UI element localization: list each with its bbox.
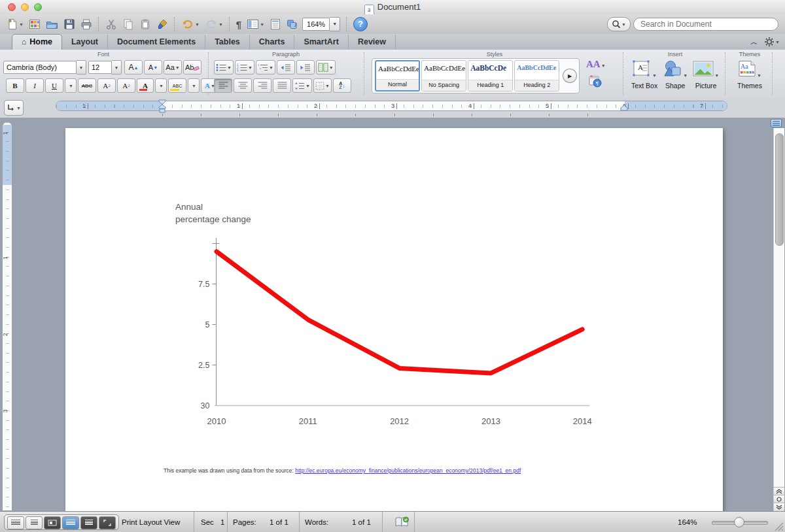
font-family-dropdown[interactable]: ▼ bbox=[77, 60, 86, 75]
style-heading-2[interactable]: AaBbCcDdEe Heading 2 bbox=[514, 60, 559, 91]
change-case-button[interactable]: Aa▼ bbox=[164, 60, 182, 75]
zoom-value-field[interactable]: 164% bbox=[302, 18, 330, 31]
underline-button[interactable]: U bbox=[45, 78, 63, 93]
decrease-indent-button[interactable] bbox=[277, 60, 295, 75]
align-right-button[interactable] bbox=[253, 78, 271, 93]
superscript-button[interactable]: A2 bbox=[97, 78, 116, 93]
borders-button[interactable]: ▼ bbox=[313, 78, 332, 93]
font-size-dropdown[interactable]: ▼ bbox=[112, 60, 122, 75]
columns-button[interactable]: ▼ bbox=[316, 60, 336, 75]
split-view-button[interactable] bbox=[771, 119, 782, 127]
search-scope-button[interactable]: ▼ bbox=[607, 17, 631, 31]
numbering-button[interactable]: 123▼ bbox=[235, 60, 254, 75]
save-button[interactable] bbox=[62, 16, 77, 32]
zoom-slider-thumb[interactable] bbox=[734, 517, 744, 527]
window-resize-grip[interactable] bbox=[775, 522, 784, 531]
tab-document-elements[interactable]: Document Elements bbox=[108, 35, 205, 50]
notebook-layout-button[interactable] bbox=[80, 516, 97, 529]
font-family-select[interactable]: Cambria (Body) bbox=[3, 61, 77, 74]
media-browser-button[interactable]: ♪ bbox=[285, 16, 298, 32]
redo-dropdown[interactable]: ▼ bbox=[218, 22, 223, 27]
zoom-dropdown[interactable]: ▼ bbox=[330, 17, 340, 31]
multilevel-list-button[interactable]: 1ai▼ bbox=[256, 60, 275, 75]
publishing-layout-button[interactable] bbox=[44, 516, 61, 529]
pages-value[interactable]: 1 of 1 bbox=[270, 518, 288, 526]
style-normal[interactable]: AaBbCcDdEe Normal bbox=[375, 60, 420, 91]
scrollbar-thumb[interactable] bbox=[775, 133, 784, 246]
underline-dropdown[interactable]: ▼ bbox=[65, 78, 77, 93]
line-spacing-button[interactable]: ▼ bbox=[292, 78, 312, 93]
align-center-button[interactable] bbox=[234, 78, 252, 93]
tab-charts[interactable]: Charts bbox=[250, 35, 295, 50]
themes-button[interactable]: Aa▼ Themes bbox=[737, 60, 762, 90]
strikethrough-button[interactable]: ABC bbox=[78, 78, 96, 93]
vertical-ruler[interactable]: 1 1 2 3 bbox=[2, 122, 12, 511]
open-button[interactable] bbox=[44, 16, 60, 32]
tab-review[interactable]: Review bbox=[349, 35, 396, 50]
format-painter-button[interactable] bbox=[155, 16, 169, 32]
words-value[interactable]: 1 of 1 bbox=[352, 518, 371, 526]
italic-button[interactable]: I bbox=[26, 78, 44, 93]
new-document-dropdown[interactable]: ▼ bbox=[19, 22, 24, 27]
bold-button[interactable]: B bbox=[6, 78, 24, 93]
vertical-scrollbar[interactable] bbox=[773, 128, 784, 511]
bullets-button[interactable]: ▼ bbox=[214, 60, 234, 75]
next-page-button[interactable] bbox=[774, 503, 784, 511]
ribbon-settings-button[interactable]: ▼ bbox=[764, 37, 780, 47]
line-chart-object[interactable]: 7.552.53020102011201220132014 bbox=[65, 128, 723, 498]
sidebar-view-dropdown[interactable]: ▼ bbox=[260, 22, 264, 27]
picture-button[interactable]: ▼ Picture bbox=[693, 60, 719, 90]
shrink-font-button[interactable]: A▼ bbox=[144, 60, 162, 75]
highlight-dropdown[interactable]: ▼ bbox=[188, 78, 200, 93]
font-color-button[interactable]: A bbox=[137, 78, 154, 93]
clear-formatting-button[interactable]: Ab bbox=[183, 60, 201, 75]
font-size-select[interactable]: 12 bbox=[88, 61, 112, 74]
indent-markers[interactable] bbox=[158, 99, 167, 115]
increase-indent-button[interactable] bbox=[296, 60, 315, 75]
undo-dropdown[interactable]: ▼ bbox=[195, 22, 200, 27]
help-button[interactable]: ? bbox=[352, 16, 369, 32]
style-heading-1[interactable]: AaBbCcDe Heading 1 bbox=[468, 60, 513, 91]
grow-font-button[interactable]: A▲ bbox=[124, 60, 143, 75]
spelling-check-button[interactable] bbox=[395, 516, 410, 529]
sort-button[interactable]: AZ↓ bbox=[333, 78, 351, 93]
outline-view-button[interactable] bbox=[26, 516, 43, 529]
style-preview: AaBbCcDe bbox=[468, 61, 512, 80]
print-layout-view-button[interactable] bbox=[62, 516, 79, 529]
focus-view-button[interactable] bbox=[99, 516, 116, 529]
search-input[interactable] bbox=[633, 18, 778, 31]
tab-smartart[interactable]: SmartArt bbox=[294, 35, 349, 50]
copy-button[interactable] bbox=[121, 16, 135, 32]
tab-tables[interactable]: Tables bbox=[205, 35, 250, 50]
change-styles-button[interactable]: AA▼ bbox=[586, 58, 606, 70]
text-box-button[interactable]: A▼ Text Box bbox=[631, 60, 657, 90]
style-no-spacing[interactable]: AaBbCcDdEe No Spacing bbox=[421, 60, 466, 91]
undo-button[interactable]: ▼ bbox=[180, 16, 201, 32]
show-formatting-button[interactable]: ¶ bbox=[235, 16, 243, 32]
document-elements-button[interactable] bbox=[268, 16, 283, 32]
toolbar-separator bbox=[346, 17, 347, 31]
footer-link[interactable]: http://ec.europa.eu/economy_finance/publ… bbox=[295, 467, 521, 474]
sidebar-view-button[interactable]: ▼ bbox=[245, 16, 266, 32]
paste-button[interactable] bbox=[138, 16, 152, 32]
cut-button[interactable] bbox=[104, 16, 118, 32]
manage-styles-button[interactable]: ¶ bbox=[589, 75, 602, 90]
tab-home[interactable]: ⌂Home bbox=[12, 34, 62, 50]
new-document-button[interactable]: ▼ bbox=[5, 16, 25, 32]
toolbox-gallery-button[interactable] bbox=[27, 16, 42, 32]
styles-gallery-expand-button[interactable]: ▶ bbox=[563, 69, 577, 83]
redo-button[interactable]: ▼ bbox=[203, 16, 224, 32]
draft-view-button[interactable] bbox=[7, 516, 24, 529]
document-page[interactable]: Annual percentage change 7.552.530201020… bbox=[65, 128, 723, 511]
collapse-ribbon-button[interactable]: ︿ bbox=[744, 37, 764, 47]
right-indent-marker[interactable] bbox=[620, 105, 628, 111]
justify-button[interactable] bbox=[273, 78, 291, 93]
tab-layout[interactable]: Layout bbox=[62, 35, 108, 50]
align-left-button[interactable] bbox=[214, 78, 232, 93]
highlight-button[interactable]: ABC bbox=[168, 78, 186, 93]
subscript-button[interactable]: A2 bbox=[117, 78, 135, 93]
tab-stop-selector[interactable]: ▼ bbox=[4, 100, 24, 116]
shape-button[interactable]: ▼ Shape bbox=[663, 60, 688, 90]
print-button[interactable] bbox=[79, 16, 94, 32]
font-color-dropdown[interactable]: ▼ bbox=[155, 78, 167, 93]
